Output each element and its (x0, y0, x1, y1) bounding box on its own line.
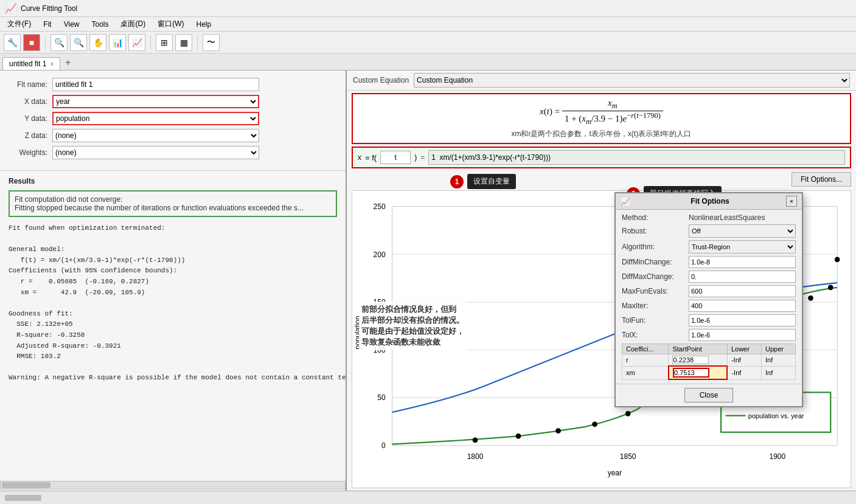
coef-r-startpoint[interactable] (669, 354, 727, 367)
dialog-tolx-input[interactable] (689, 329, 796, 341)
eq-arrow: = (420, 153, 425, 162)
error-line-2: Fitting stopped because the number of it… (15, 204, 331, 212)
status-scroll-thumb[interactable] (5, 495, 41, 501)
eq-var-label: x (358, 153, 361, 162)
svg-text:200: 200 (374, 250, 386, 259)
dialog-maxfunevals-input[interactable] (689, 285, 796, 297)
app-icon: 📈 (5, 2, 17, 14)
fit-name-row: Fit name: (10, 78, 336, 91)
tab-close-button[interactable]: × (50, 61, 54, 67)
toolbar-btn-plot[interactable]: 📈 (128, 34, 145, 51)
results-title: Results (9, 177, 337, 185)
coef-xm-name: xm (622, 366, 669, 379)
svg-text:1800: 1800 (467, 452, 484, 461)
right-panel: Custom Equation Custom Equation x(t) = x… (347, 71, 856, 491)
toolbar-btn-grid2[interactable]: ▦ (175, 34, 192, 51)
tab-label: untitled fit 1 (9, 60, 46, 68)
weights-label: Weights: (10, 148, 52, 157)
toolbar-btn-zoom-out[interactable]: 🔍 (70, 34, 87, 51)
tab-untitled-fit-1[interactable]: untitled fit 1 × (2, 57, 60, 70)
menu-tools[interactable]: Tools (86, 19, 113, 30)
dialog-robust-select[interactable]: Off (689, 224, 796, 238)
coef-xm-startpoint[interactable] (669, 366, 727, 379)
eq-paren-close: ) (414, 153, 417, 162)
badge-1: 1 (450, 175, 464, 188)
app-title: Curve Fitting Tool (21, 4, 77, 13)
table-header-startpoint: StartPoint (669, 344, 727, 354)
svg-text:250: 250 (374, 202, 386, 211)
custom-equation-label: Custom Equation (353, 76, 409, 85)
dialog-algorithm-row: Algorithm: Trust-Region (622, 240, 796, 254)
menu-view[interactable]: View (59, 19, 85, 30)
results-panel: Results Fit computation did not converge… (0, 171, 346, 480)
toolbar-btn-grid[interactable]: ⊞ (156, 34, 173, 51)
results-pre: Fit found when optimization terminated: … (9, 223, 337, 384)
tab-add-button[interactable]: + (60, 55, 75, 70)
dialog-diffminchange-input[interactable] (689, 256, 796, 268)
custom-equation-select[interactable]: Custom Equation (414, 73, 850, 88)
svg-point-20 (592, 421, 597, 427)
fit-options-button[interactable]: Fit Options... (792, 172, 851, 187)
toolbar-separator-2 (150, 35, 151, 50)
dialog-algorithm-select[interactable]: Trust-Region (689, 240, 796, 254)
svg-point-21 (625, 411, 631, 416)
dialog-diffmaxchange-input[interactable] (689, 271, 796, 283)
menu-help[interactable]: Help (191, 19, 216, 30)
weights-select[interactable]: (none) (52, 146, 259, 159)
dialog-method-row: Method: NonlinearLeastSquares (622, 213, 796, 222)
dialog-footer: Close (616, 384, 802, 406)
cn-annotation-1: 前部分拟合情况良好，但到 后半部分却没有拟合的情况。 可能是由于起始值没设定好，… (359, 302, 467, 350)
dialog-maxiter-row: MaxIter: (622, 300, 796, 312)
svg-text:1850: 1850 (620, 452, 636, 461)
fit-config: Fit name: X data: year Y data: populatio… (0, 71, 346, 171)
dialog-diffminchange-label: DiffMinChange: (622, 258, 689, 266)
toolbar-btn-data[interactable]: 📊 (109, 34, 126, 51)
toolbar-btn-zoom-in[interactable]: 🔍 (50, 34, 68, 51)
dialog-close-btn[interactable]: Close (684, 388, 734, 402)
eq-formula-input[interactable] (428, 150, 845, 165)
dialog-maxiter-label: MaxIter: (622, 302, 689, 310)
menu-desktop[interactable]: 桌面(D) (116, 18, 150, 30)
menu-fit[interactable]: Fit (38, 19, 56, 30)
dialog-tolx-label: TolX: (622, 331, 689, 339)
toolbar-btn-curve[interactable]: 〜 (203, 34, 220, 51)
coeff-table: Coeffici... StartPoint Lower Upper r -In… (622, 343, 796, 380)
z-data-select[interactable]: (none) (52, 129, 259, 142)
svg-point-19 (555, 428, 561, 433)
dialog-close-button[interactable]: × (786, 196, 797, 207)
cn-text-1-3: 可能是由于起始值没设定好， (361, 326, 464, 337)
dialog-diffminchange-row: DiffMinChange: (622, 256, 796, 268)
coef-r-name: r (622, 354, 669, 367)
formula-display: x(t) = xm 1 + (xm/3.9 − 1)e−r(t−1790) xm… (352, 93, 851, 144)
toolbar-btn-1[interactable]: 🔧 (4, 34, 21, 51)
toolbar: 🔧 ■ 🔍 🔍 ✋ 📊 📈 ⊞ ▦ 〜 (0, 32, 856, 54)
dialog-maxfunevals-label: MaxFunEvals: (622, 287, 689, 295)
toolbar-btn-2[interactable]: ■ (23, 34, 40, 51)
menu-file[interactable]: 文件(F) (2, 18, 36, 30)
coef-r-upper: Inf (761, 354, 795, 367)
x-data-select[interactable]: year (52, 95, 259, 108)
svg-point-28 (828, 285, 833, 290)
dialog-maxiter-input[interactable] (689, 300, 796, 312)
scroll-thumb[interactable] (2, 482, 50, 488)
error-line-1: Fit computation did not converge: (15, 195, 331, 204)
dialog-tolfun-input[interactable] (689, 314, 796, 326)
toolbar-btn-pan[interactable]: ✋ (89, 34, 106, 51)
eq-variable-input[interactable] (380, 151, 411, 164)
z-data-row: Z data: (none) (10, 129, 336, 142)
toolbar-separator-3 (197, 35, 198, 50)
menu-window[interactable]: 窗口(W) (153, 18, 189, 30)
left-panel-scrollbar[interactable] (0, 481, 346, 489)
cn-text-1-2: 后半部分却没有拟合的情况。 (361, 315, 464, 326)
dialog-tolfun-label: TolFun: (622, 316, 689, 325)
fit-name-input[interactable] (52, 78, 259, 91)
dialog-algorithm-label: Algorithm: (622, 243, 689, 251)
dialog-tolx-row: TolX: (622, 329, 796, 341)
fit-options-row: Fit Options... (347, 171, 856, 188)
svg-text:population vs. year: population vs. year (748, 412, 804, 419)
dialog-maxfunevals-row: MaxFunEvals: (622, 285, 796, 297)
svg-text:0: 0 (381, 441, 386, 450)
cn-text-1-1: 前部分拟合情况良好，但到 (361, 304, 464, 315)
annotation-text-1: 设置自变量 (467, 174, 516, 189)
y-data-select[interactable]: population (52, 112, 259, 125)
